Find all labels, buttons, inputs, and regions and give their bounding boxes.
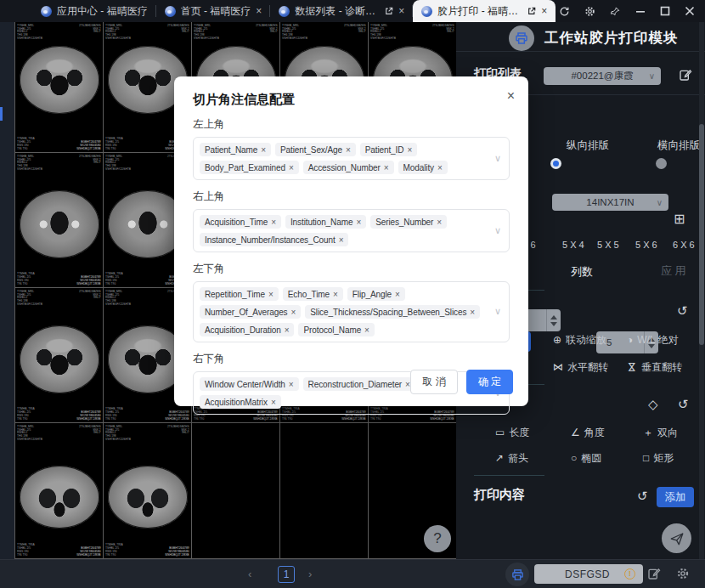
confirm-button[interactable]: 确 定 bbox=[466, 370, 513, 394]
tool-label: 垂直翻转 bbox=[641, 361, 682, 373]
remove-tag-icon[interactable]: × bbox=[271, 218, 276, 227]
scrollbar-thumb[interactable] bbox=[699, 124, 704, 345]
dicom-corner-annotation: 2TSJBHDSBZHSSNK 29HL/7 bbox=[79, 24, 101, 34]
print-list-select[interactable]: #00221@康霞∨ bbox=[544, 67, 661, 85]
divider bbox=[474, 475, 544, 476]
remove-tag-icon[interactable]: × bbox=[395, 290, 400, 299]
film-cell[interactable]: TYNHB_MRLTSHBL-2/5RWB0-2TH6 198VSHTBGF/C… bbox=[15, 288, 104, 423]
grid-preset-option[interactable]: 6 X 6 bbox=[673, 240, 695, 250]
grid-preset-option[interactable]: 5 X 5 bbox=[597, 240, 619, 250]
film-cell[interactable]: TYNHB_MRLTSHBL-2/5RWB0-2TH6 198VSHTBGF/C… bbox=[104, 423, 192, 559]
reset-transform-icon[interactable]: ↺ bbox=[677, 303, 688, 319]
reset-annotations-icon[interactable]: ↺ bbox=[678, 397, 689, 412]
tool-button-W/L 绝对[interactable]: ◑W/L 绝对 bbox=[627, 333, 678, 348]
remove-tag-icon[interactable]: × bbox=[437, 163, 443, 172]
remove-tag-icon[interactable]: × bbox=[291, 308, 296, 317]
remove-tag-icon[interactable]: × bbox=[407, 145, 412, 155]
remove-tag-icon[interactable]: × bbox=[437, 218, 442, 227]
tool-button-角度[interactable]: ∠角度 bbox=[571, 426, 605, 440]
external-link-icon bbox=[385, 7, 393, 15]
help-button[interactable]: ? bbox=[424, 525, 451, 552]
prev-page-button[interactable]: ‹ bbox=[248, 568, 251, 580]
film-cell[interactable]: TYNHB_MRLTSHBL-2/5RWB0-2TH6 198VSHTBGF/C… bbox=[15, 22, 104, 153]
browser-tab[interactable]: 应用中心 - 福晴医疗 bbox=[32, 0, 156, 22]
maximize-button[interactable] bbox=[660, 6, 670, 16]
apply-button[interactable]: 应 用 bbox=[661, 263, 686, 279]
chevron-down-icon[interactable]: ∨ bbox=[494, 225, 501, 236]
chevron-down-icon[interactable]: ∨ bbox=[494, 153, 501, 164]
collapsed-thumbnail-strip[interactable] bbox=[0, 22, 14, 559]
refresh-icon[interactable] bbox=[559, 6, 570, 17]
sidebar-scrollbar[interactable] bbox=[699, 22, 704, 559]
field-tag-chip: Instance_Number/Instances_Count× bbox=[200, 233, 348, 246]
remove-tag-icon[interactable]: × bbox=[356, 218, 361, 227]
remove-tag-icon[interactable]: × bbox=[346, 145, 351, 155]
remove-tag-icon[interactable]: × bbox=[271, 398, 276, 407]
film-cell[interactable] bbox=[280, 423, 369, 559]
page-number[interactable]: 1 bbox=[278, 566, 295, 583]
remove-tag-icon[interactable]: × bbox=[405, 380, 410, 389]
remove-tag-icon[interactable]: × bbox=[339, 235, 344, 245]
printer-button[interactable] bbox=[505, 563, 529, 586]
grid-preset-option[interactable]: 5 X 4 bbox=[562, 240, 584, 250]
pin-icon[interactable] bbox=[610, 6, 621, 17]
landscape-layout-label[interactable]: 横向排版 bbox=[657, 139, 700, 153]
film-cell[interactable]: TYNHB_MRLTSHBL-2/5RWB0-2TH6 198VSHTBGF/C… bbox=[15, 423, 104, 559]
remove-tag-icon[interactable]: × bbox=[470, 308, 475, 317]
tool-button-联动缩放[interactable]: ⊕联动缩放 bbox=[553, 333, 606, 348]
close-tab-icon[interactable]: × bbox=[541, 6, 547, 16]
chevron-down-icon[interactable]: ∨ bbox=[494, 306, 501, 317]
tag-label: Acquisition_Time bbox=[205, 218, 268, 227]
tool-button-箭头[interactable]: ↗箭头 bbox=[495, 451, 528, 466]
tool-button-椭圆[interactable]: ○椭圆 bbox=[571, 451, 601, 466]
printer-select[interactable]: DSFGSD ! bbox=[534, 564, 643, 584]
next-page-button[interactable]: › bbox=[308, 568, 312, 580]
tag-label: Institution_Name bbox=[290, 218, 352, 227]
eraser-icon[interactable]: ◇ bbox=[648, 397, 658, 412]
print-settings-icon[interactable] bbox=[676, 567, 690, 584]
close-tab-icon[interactable]: × bbox=[256, 6, 262, 16]
send-to-print-button[interactable] bbox=[662, 523, 691, 553]
grid-preset-option[interactable]: 5 X 6 bbox=[635, 240, 657, 250]
tool-button-矩形[interactable]: □矩形 bbox=[643, 451, 674, 466]
remove-tag-icon[interactable]: × bbox=[289, 163, 294, 172]
dicom-corner-annotation: BGBHT26/4789WC/W 980/4580WSHDBQJT 2/8XB bbox=[77, 410, 101, 421]
add-print-content-button[interactable]: 添加 bbox=[657, 487, 694, 507]
remove-tag-icon[interactable]: × bbox=[261, 145, 266, 155]
tool-button-水平翻转[interactable]: ⋈水平翻转 bbox=[553, 360, 608, 375]
stepper-arrows[interactable] bbox=[546, 309, 561, 331]
remove-tag-icon[interactable]: × bbox=[268, 290, 274, 299]
close-tab-icon[interactable]: × bbox=[398, 6, 404, 16]
browser-tab[interactable]: 首页 - 福晴医疗× bbox=[156, 0, 271, 22]
tool-button-双向[interactable]: ＋双向 bbox=[643, 426, 678, 440]
film-cell[interactable] bbox=[192, 423, 280, 559]
tag-select-input[interactable]: Acquisition_Time×Institution_Name×Series… bbox=[193, 209, 510, 252]
edit-printer-icon[interactable] bbox=[647, 567, 661, 584]
edit-print-list-icon[interactable] bbox=[679, 68, 692, 85]
tool-button-长度[interactable]: ▭长度 bbox=[495, 426, 529, 440]
dicom-corner-annotation: 2TSJBHDSBZHSSNK 29HL/7 bbox=[432, 24, 454, 34]
film-cell[interactable]: TYNHB_MRLTSHBL-2/5RWB0-2TH6 198VSHTBGF/C… bbox=[15, 153, 104, 288]
mri-slice-image bbox=[20, 190, 99, 258]
remove-tag-icon[interactable]: × bbox=[384, 163, 389, 172]
browser-tab[interactable]: 胶片打印 - 福晴医疗× bbox=[413, 0, 556, 22]
reset-print-content-icon[interactable]: ↺ bbox=[637, 489, 648, 504]
portrait-layout-label[interactable]: 纵向排版 bbox=[567, 139, 609, 153]
remove-tag-icon[interactable]: × bbox=[333, 290, 338, 299]
minimize-button[interactable] bbox=[635, 6, 646, 16]
radio-landscape-layout[interactable] bbox=[656, 158, 667, 169]
cancel-button[interactable]: 取 消 bbox=[410, 370, 457, 394]
tag-select-input[interactable]: Patient_Name×Patient_Sex/Age×Patient_ID×… bbox=[193, 137, 510, 180]
film-size-select[interactable]: 14INX17IN∨ bbox=[552, 194, 668, 211]
tag-select-input[interactable]: Repetition_Time×Echo_Time×Flip_Angle×Num… bbox=[193, 281, 510, 342]
tool-button-垂直翻转[interactable]: ⋈垂直翻转 bbox=[627, 360, 682, 375]
settings-icon[interactable] bbox=[584, 6, 595, 17]
add-layout-icon[interactable]: ⊞ bbox=[674, 211, 685, 227]
close-window-button[interactable] bbox=[685, 6, 695, 16]
browser-tab[interactable]: 数据列表 - 诊断报告× bbox=[270, 0, 413, 22]
radio-portrait-layout[interactable] bbox=[550, 158, 561, 169]
remove-tag-icon[interactable]: × bbox=[364, 325, 369, 335]
remove-tag-icon[interactable]: × bbox=[289, 380, 294, 389]
close-dialog-icon[interactable]: × bbox=[507, 88, 515, 104]
remove-tag-icon[interactable]: × bbox=[285, 325, 290, 335]
